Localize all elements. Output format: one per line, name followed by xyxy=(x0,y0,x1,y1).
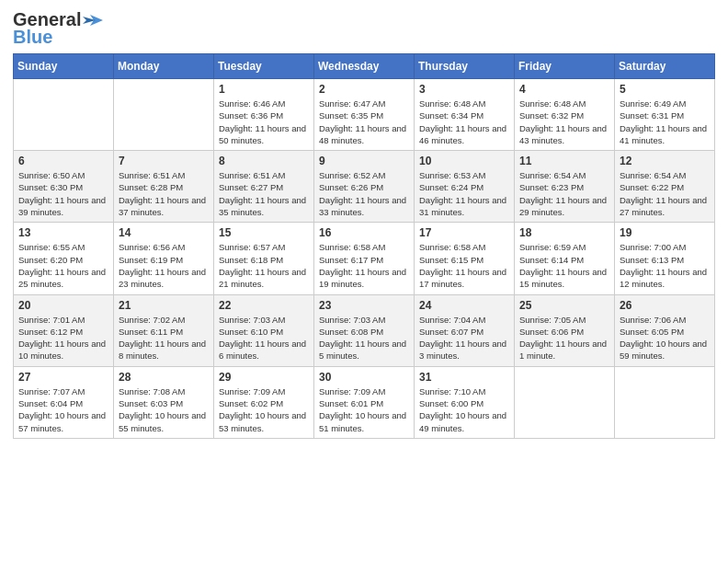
page-header: General Blue xyxy=(13,9,715,48)
weekday-header-friday: Friday xyxy=(515,54,615,79)
day-info: Sunrise: 6:57 AMSunset: 6:18 PMDaylight:… xyxy=(219,241,309,290)
logo-blue: Blue xyxy=(13,27,52,48)
day-number: 6 xyxy=(18,155,108,167)
weekday-header-saturday: Saturday xyxy=(615,54,715,79)
day-info: Sunrise: 6:58 AMSunset: 6:15 PMDaylight:… xyxy=(419,241,509,290)
calendar-cell: 14Sunrise: 6:56 AMSunset: 6:19 PMDayligh… xyxy=(114,223,214,294)
day-number: 15 xyxy=(219,226,309,239)
calendar-cell: 1Sunrise: 6:46 AMSunset: 6:36 PMDaylight… xyxy=(214,79,314,151)
calendar-cell: 7Sunrise: 6:51 AMSunset: 6:28 PMDaylight… xyxy=(114,151,214,223)
day-number: 23 xyxy=(319,299,409,312)
calendar-cell: 25Sunrise: 7:05 AMSunset: 6:06 PMDayligh… xyxy=(515,294,615,366)
day-info: Sunrise: 6:53 AMSunset: 6:24 PMDaylight:… xyxy=(419,169,509,218)
day-number: 20 xyxy=(18,299,108,312)
calendar-cell: 28Sunrise: 7:08 AMSunset: 6:03 PMDayligh… xyxy=(114,366,214,438)
calendar-cell: 12Sunrise: 6:54 AMSunset: 6:22 PMDayligh… xyxy=(615,151,715,223)
weekday-header-tuesday: Tuesday xyxy=(214,54,314,79)
day-info: Sunrise: 6:55 AMSunset: 6:20 PMDaylight:… xyxy=(18,241,108,290)
week-row-3: 13Sunrise: 6:55 AMSunset: 6:20 PMDayligh… xyxy=(14,223,715,294)
day-info: Sunrise: 7:04 AMSunset: 6:07 PMDaylight:… xyxy=(419,314,509,362)
day-info: Sunrise: 7:09 AMSunset: 6:02 PMDaylight:… xyxy=(219,385,309,434)
calendar-cell xyxy=(615,366,715,438)
calendar-cell: 18Sunrise: 6:59 AMSunset: 6:14 PMDayligh… xyxy=(515,223,615,294)
calendar-cell: 27Sunrise: 7:07 AMSunset: 6:04 PMDayligh… xyxy=(14,366,114,438)
day-number: 18 xyxy=(519,226,609,239)
day-number: 30 xyxy=(319,371,409,384)
day-number: 19 xyxy=(620,226,710,239)
day-number: 25 xyxy=(519,299,609,312)
day-info: Sunrise: 7:03 AMSunset: 6:08 PMDaylight:… xyxy=(319,314,409,362)
calendar-cell: 11Sunrise: 6:54 AMSunset: 6:23 PMDayligh… xyxy=(515,151,615,223)
calendar-cell: 17Sunrise: 6:58 AMSunset: 6:15 PMDayligh… xyxy=(415,223,515,294)
weekday-header-sunday: Sunday xyxy=(14,54,114,79)
calendar-cell: 20Sunrise: 7:01 AMSunset: 6:12 PMDayligh… xyxy=(14,294,114,366)
calendar-cell: 30Sunrise: 7:09 AMSunset: 6:01 PMDayligh… xyxy=(314,366,415,438)
day-number: 12 xyxy=(620,155,710,167)
day-number: 28 xyxy=(119,371,209,384)
day-info: Sunrise: 6:58 AMSunset: 6:17 PMDaylight:… xyxy=(319,241,409,290)
day-info: Sunrise: 7:09 AMSunset: 6:01 PMDaylight:… xyxy=(319,385,409,434)
day-info: Sunrise: 6:50 AMSunset: 6:30 PMDaylight:… xyxy=(18,169,108,218)
day-info: Sunrise: 6:51 AMSunset: 6:27 PMDaylight:… xyxy=(219,169,309,218)
day-number: 10 xyxy=(419,155,509,167)
day-info: Sunrise: 6:48 AMSunset: 6:32 PMDaylight:… xyxy=(519,98,609,146)
day-info: Sunrise: 6:59 AMSunset: 6:14 PMDaylight:… xyxy=(519,241,609,290)
calendar-cell: 10Sunrise: 6:53 AMSunset: 6:24 PMDayligh… xyxy=(415,151,515,223)
day-info: Sunrise: 7:02 AMSunset: 6:11 PMDaylight:… xyxy=(119,314,209,362)
day-info: Sunrise: 7:00 AMSunset: 6:13 PMDaylight:… xyxy=(620,241,710,290)
calendar-cell xyxy=(515,366,615,438)
day-number: 9 xyxy=(319,155,409,167)
day-number: 24 xyxy=(419,299,509,312)
week-row-2: 6Sunrise: 6:50 AMSunset: 6:30 PMDaylight… xyxy=(14,151,715,223)
calendar-cell: 6Sunrise: 6:50 AMSunset: 6:30 PMDaylight… xyxy=(14,151,114,223)
calendar-container: General Blue SundayMondayTuesdayWednesda… xyxy=(0,0,728,452)
day-number: 17 xyxy=(419,226,509,239)
day-number: 22 xyxy=(219,299,309,312)
day-number: 1 xyxy=(219,83,309,96)
day-info: Sunrise: 7:06 AMSunset: 6:05 PMDaylight:… xyxy=(620,314,710,362)
calendar-cell: 29Sunrise: 7:09 AMSunset: 6:02 PMDayligh… xyxy=(214,366,314,438)
day-number: 4 xyxy=(519,83,609,96)
day-number: 16 xyxy=(319,226,409,239)
calendar-cell: 21Sunrise: 7:02 AMSunset: 6:11 PMDayligh… xyxy=(114,294,214,366)
day-info: Sunrise: 6:54 AMSunset: 6:23 PMDaylight:… xyxy=(519,169,609,218)
day-number: 14 xyxy=(119,226,209,239)
day-info: Sunrise: 7:10 AMSunset: 6:00 PMDaylight:… xyxy=(419,385,509,434)
week-row-1: 1Sunrise: 6:46 AMSunset: 6:36 PMDaylight… xyxy=(14,79,715,151)
day-info: Sunrise: 6:48 AMSunset: 6:34 PMDaylight:… xyxy=(419,98,509,146)
calendar-cell: 31Sunrise: 7:10 AMSunset: 6:00 PMDayligh… xyxy=(415,366,515,438)
day-info: Sunrise: 7:01 AMSunset: 6:12 PMDaylight:… xyxy=(18,314,108,362)
weekday-header-row: SundayMondayTuesdayWednesdayThursdayFrid… xyxy=(14,54,715,79)
calendar-cell: 8Sunrise: 6:51 AMSunset: 6:27 PMDaylight… xyxy=(214,151,314,223)
calendar-cell: 13Sunrise: 6:55 AMSunset: 6:20 PMDayligh… xyxy=(14,223,114,294)
day-number: 29 xyxy=(219,371,309,384)
day-info: Sunrise: 6:46 AMSunset: 6:36 PMDaylight:… xyxy=(219,98,309,146)
day-info: Sunrise: 7:03 AMSunset: 6:10 PMDaylight:… xyxy=(219,314,309,362)
day-info: Sunrise: 6:54 AMSunset: 6:22 PMDaylight:… xyxy=(620,169,710,218)
day-info: Sunrise: 6:52 AMSunset: 6:26 PMDaylight:… xyxy=(319,169,409,218)
day-info: Sunrise: 7:08 AMSunset: 6:03 PMDaylight:… xyxy=(119,385,209,434)
day-number: 8 xyxy=(219,155,309,167)
calendar-cell: 16Sunrise: 6:58 AMSunset: 6:17 PMDayligh… xyxy=(314,223,415,294)
weekday-header-wednesday: Wednesday xyxy=(314,54,415,79)
day-number: 13 xyxy=(18,226,108,239)
day-number: 31 xyxy=(419,371,509,384)
calendar-cell: 22Sunrise: 7:03 AMSunset: 6:10 PMDayligh… xyxy=(214,294,314,366)
day-info: Sunrise: 7:05 AMSunset: 6:06 PMDaylight:… xyxy=(519,314,609,362)
calendar-cell: 9Sunrise: 6:52 AMSunset: 6:26 PMDaylight… xyxy=(314,151,415,223)
calendar-cell: 19Sunrise: 7:00 AMSunset: 6:13 PMDayligh… xyxy=(615,223,715,294)
day-number: 7 xyxy=(119,155,209,167)
calendar-cell: 4Sunrise: 6:48 AMSunset: 6:32 PMDaylight… xyxy=(515,79,615,151)
day-info: Sunrise: 7:07 AMSunset: 6:04 PMDaylight:… xyxy=(18,385,108,434)
day-number: 21 xyxy=(119,299,209,312)
calendar-cell: 26Sunrise: 7:06 AMSunset: 6:05 PMDayligh… xyxy=(615,294,715,366)
day-number: 2 xyxy=(319,83,409,96)
calendar-cell: 3Sunrise: 6:48 AMSunset: 6:34 PMDaylight… xyxy=(415,79,515,151)
day-number: 11 xyxy=(519,155,609,167)
day-number: 26 xyxy=(620,299,710,312)
logo: General Blue xyxy=(13,9,103,48)
day-info: Sunrise: 6:49 AMSunset: 6:31 PMDaylight:… xyxy=(620,98,710,146)
weekday-header-thursday: Thursday xyxy=(415,54,515,79)
day-number: 3 xyxy=(419,83,509,96)
calendar-table: SundayMondayTuesdayWednesdayThursdayFrid… xyxy=(13,53,715,439)
